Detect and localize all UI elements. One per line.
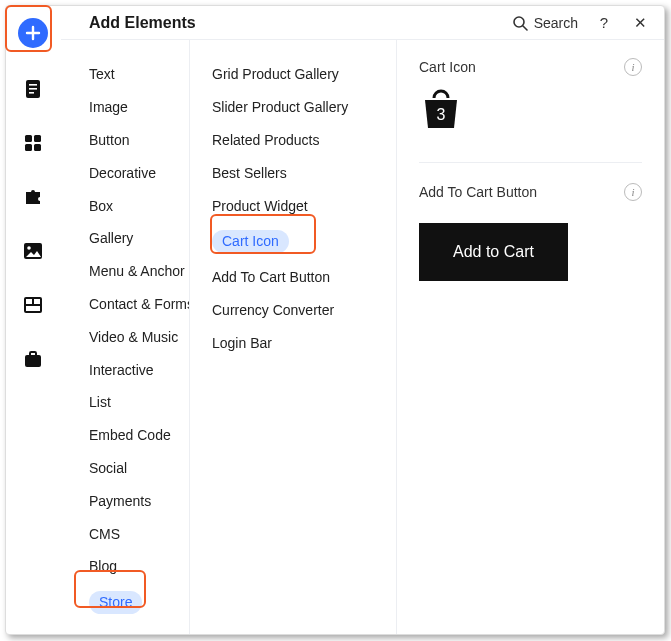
panel-header: Add Elements Search ? ✕ <box>61 6 664 40</box>
category-item-label: Contact & Forms <box>89 296 190 312</box>
store-subitem-label: Login Bar <box>212 335 272 351</box>
store-subitem-label: Related Products <box>212 132 319 148</box>
category-item-label: Embed Code <box>89 427 171 443</box>
category-item[interactable]: CMS <box>89 518 189 551</box>
store-subitem[interactable]: Add To Cart Button <box>212 261 396 294</box>
category-item[interactable]: Text <box>89 58 189 91</box>
add-to-cart-preview: Add To Cart Button i Add to Cart <box>419 183 642 281</box>
store-briefcase-icon[interactable] <box>20 346 46 372</box>
store-subitem[interactable]: Product Widget <box>212 190 396 223</box>
category-item[interactable]: Interactive <box>89 354 189 387</box>
cart-bag-icon[interactable]: 3 <box>419 88 463 132</box>
svg-rect-1 <box>29 84 37 86</box>
info-icon[interactable]: i <box>624 183 642 201</box>
svg-rect-2 <box>29 88 37 90</box>
cart-icon-preview-label: Cart Icon <box>419 59 476 75</box>
category-item-label: Video & Music <box>89 329 178 345</box>
store-subitem-label: Slider Product Gallery <box>212 99 348 115</box>
svg-rect-12 <box>34 299 40 304</box>
category-item-label: Button <box>89 132 129 148</box>
store-subitem-label: Product Widget <box>212 198 308 214</box>
category-item-label: Box <box>89 198 113 214</box>
cart-bag-count: 3 <box>419 106 463 124</box>
category-item[interactable]: Box <box>89 190 189 223</box>
store-subitem-label: Currency Converter <box>212 302 334 318</box>
search-button[interactable]: Search <box>512 15 578 31</box>
video-layout-icon[interactable] <box>20 292 46 318</box>
close-button[interactable]: ✕ <box>630 13 650 33</box>
category-item-label: Gallery <box>89 230 133 246</box>
store-subitem[interactable]: Grid Product Gallery <box>212 58 396 91</box>
category-item[interactable]: Embed Code <box>89 419 189 452</box>
svg-rect-6 <box>25 144 32 151</box>
category-item-label: CMS <box>89 526 120 542</box>
category-item-label: List <box>89 394 111 410</box>
add-element-icon[interactable] <box>18 18 48 48</box>
svg-line-17 <box>523 26 527 30</box>
search-label: Search <box>534 15 578 31</box>
category-item[interactable]: Social <box>89 452 189 485</box>
category-item[interactable]: Button <box>89 124 189 157</box>
category-item[interactable]: Contact & Forms <box>89 288 189 321</box>
category-item[interactable]: Decorative <box>89 157 189 190</box>
store-subitem-label: Grid Product Gallery <box>212 66 339 82</box>
category-item-label: Store <box>89 591 142 614</box>
svg-rect-5 <box>34 135 41 142</box>
search-icon <box>512 15 528 31</box>
category-item[interactable]: Image <box>89 91 189 124</box>
category-item[interactable]: Video & Music <box>89 321 189 354</box>
preview-column: Cart Icon i 3 Add To Cart Button <box>397 40 664 634</box>
store-subitem[interactable]: Login Bar <box>212 327 396 360</box>
svg-rect-13 <box>26 306 40 311</box>
category-item[interactable]: Gallery <box>89 222 189 255</box>
category-item[interactable]: Store <box>89 583 189 622</box>
category-item-label: Text <box>89 66 115 82</box>
category-item[interactable]: List <box>89 386 189 419</box>
panel-title: Add Elements <box>89 14 512 32</box>
store-subitem-label: Cart Icon <box>212 230 289 253</box>
svg-point-9 <box>27 246 31 250</box>
add-to-cart-preview-label: Add To Cart Button <box>419 184 537 200</box>
subcategory-column: Grid Product GallerySlider Product Galle… <box>190 40 397 634</box>
category-item[interactable]: Payments <box>89 485 189 518</box>
divider <box>419 162 642 163</box>
apps-grid-icon[interactable] <box>20 130 46 156</box>
store-subitem-label: Add To Cart Button <box>212 269 330 285</box>
category-item-label: Interactive <box>89 362 154 378</box>
category-item[interactable]: Blog <box>89 550 189 583</box>
svg-rect-3 <box>29 92 34 94</box>
help-button[interactable]: ? <box>594 13 614 33</box>
category-item-label: Image <box>89 99 128 115</box>
svg-rect-7 <box>34 144 41 151</box>
category-item-label: Payments <box>89 493 151 509</box>
left-rail <box>6 6 61 634</box>
store-subitem[interactable]: Related Products <box>212 124 396 157</box>
info-icon[interactable]: i <box>624 58 642 76</box>
add-to-cart-button[interactable]: Add to Cart <box>419 223 568 281</box>
category-item-label: Social <box>89 460 127 476</box>
svg-rect-15 <box>30 352 36 356</box>
settings-puzzle-icon[interactable] <box>20 184 46 210</box>
category-item[interactable]: Menu & Anchor <box>89 255 189 288</box>
page-icon[interactable] <box>20 76 46 102</box>
store-subitem[interactable]: Currency Converter <box>212 294 396 327</box>
cart-icon-preview: Cart Icon i 3 <box>419 58 642 132</box>
category-item-label: Blog <box>89 558 117 574</box>
store-subitem-label: Best Sellers <box>212 165 287 181</box>
media-image-icon[interactable] <box>20 238 46 264</box>
store-subitem[interactable]: Slider Product Gallery <box>212 91 396 124</box>
category-item-label: Menu & Anchor <box>89 263 185 279</box>
svg-rect-4 <box>25 135 32 142</box>
store-subitem[interactable]: Cart Icon <box>212 222 396 261</box>
svg-rect-11 <box>26 299 32 304</box>
category-column: TextImageButtonDecorativeBoxGalleryMenu … <box>61 40 190 634</box>
store-subitem[interactable]: Best Sellers <box>212 157 396 190</box>
category-item-label: Decorative <box>89 165 156 181</box>
